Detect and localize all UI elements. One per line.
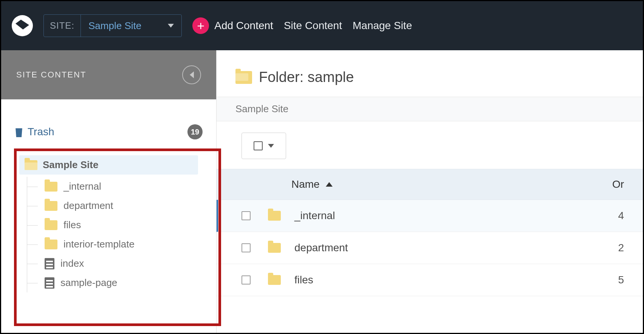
tree-item-sample-page[interactable]: sample-page [42,273,216,292]
add-content-label: Add Content [214,20,273,32]
column-order[interactable]: Or [594,178,624,190]
page-icon [45,277,54,289]
sidebar-body: Trash 19 Sample Site _internal [1,99,216,333]
site-picker[interactable]: SITE: Sample Site [43,14,182,37]
chevron-left-icon [190,71,194,78]
folder-icon [268,275,281,285]
main-panel: Folder: sample Sample Site Name Or [217,50,643,333]
sidebar-title: SITE CONTENT [16,70,86,80]
row-checkbox[interactable] [242,243,251,252]
select-all-dropdown[interactable] [242,133,286,159]
tree-root-label: Sample Site [43,159,98,171]
column-name[interactable]: Name [268,178,594,190]
row-order: 5 [594,274,624,286]
row-checkbox[interactable] [242,275,251,285]
trash-count-badge: 19 [187,124,203,139]
folder-icon [45,240,57,249]
table-row[interactable]: department 2 [217,232,643,264]
table-row[interactable]: files 5 [217,264,643,296]
tree-item-department[interactable]: department [42,196,216,215]
site-picker-value[interactable]: Sample Site [81,15,181,37]
folder-open-icon [25,160,37,170]
content-tree: Sample Site _internal department files [1,155,216,292]
folder-icon [45,182,57,192]
tree-item-label: files [63,219,81,231]
column-name-label: Name [291,178,320,190]
add-content-button[interactable]: + Add Content [192,17,273,34]
page-icon [45,258,54,269]
tree-item-label: sample-page [60,277,117,289]
column-order-label: Or [612,178,624,190]
trash-link[interactable]: Trash 19 [1,122,216,142]
row-name[interactable]: department [294,242,594,254]
tree-children: _internal department files interior-temp… [27,177,216,292]
topbar: SITE: Sample Site + Add Content Site Con… [1,1,643,50]
folder-icon [268,243,281,253]
nav-manage-site[interactable]: Manage Site [353,20,412,32]
breadcrumb-root[interactable]: Sample Site [235,103,288,114]
tree-item-internal[interactable]: _internal [42,177,216,196]
sidebar-collapse-button[interactable] [182,65,201,84]
row-name[interactable]: _internal [294,210,594,222]
sidebar-header: SITE CONTENT [1,50,216,99]
breadcrumb[interactable]: Sample Site [217,97,643,121]
sort-asc-icon [326,182,333,187]
row-checkbox[interactable] [242,211,251,220]
nav-site-content[interactable]: Site Content [284,20,342,32]
row-order: 4 [594,210,624,222]
chevron-down-icon [268,144,274,148]
folder-icon [45,220,57,230]
table-toolbar [217,121,643,169]
main-title: Folder: sample [217,50,643,97]
folder-icon [45,201,57,211]
tree-item-index[interactable]: index [42,254,216,273]
tree-item-files[interactable]: files [42,215,216,235]
row-name[interactable]: files [294,274,594,286]
tree-item-label: department [63,200,113,212]
site-picker-label: SITE: [44,15,81,37]
tree-item-label: _internal [63,181,101,192]
title-name: sample [308,69,354,85]
site-picker-text: Sample Site [88,20,141,32]
row-order: 2 [594,242,624,254]
folder-icon [268,211,281,221]
title-prefix: Folder: [259,69,303,85]
chevron-down-icon [168,24,174,28]
plus-icon: + [192,17,209,34]
trash-icon [15,127,23,137]
table-row[interactable]: _internal 4 [217,200,643,232]
app-logo[interactable] [12,15,33,36]
body: SITE CONTENT Trash 19 Sample Site [1,50,643,333]
sidebar: SITE CONTENT Trash 19 Sample Site [1,50,217,333]
trash-label: Trash [28,126,54,138]
tree-item-label: index [60,258,84,269]
tree-item-interior-template[interactable]: interior-template [42,235,216,254]
checkbox-icon [254,141,263,150]
folder-open-icon [235,71,252,84]
tree-item-label: interior-template [63,238,135,250]
tree-root[interactable]: Sample Site [19,155,198,175]
table-header: Name Or [217,169,643,200]
